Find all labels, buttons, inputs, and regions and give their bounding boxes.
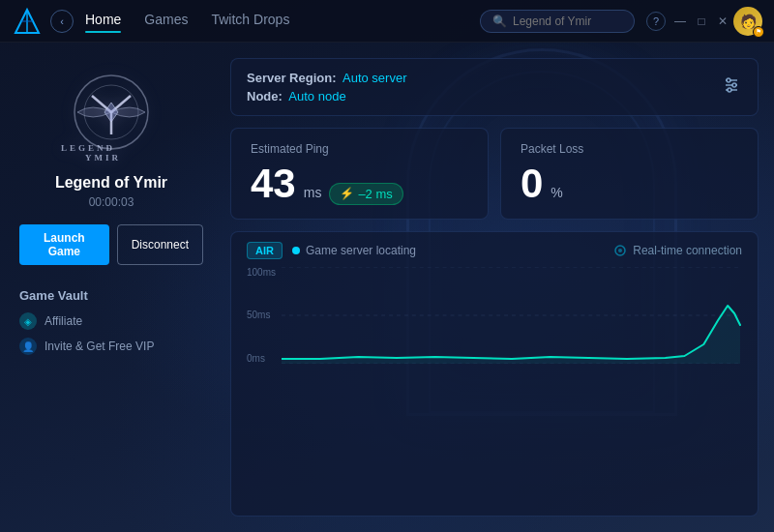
nav-tabs: Home Games Twitch Drops	[85, 12, 480, 31]
server-region-label: Server Region:	[247, 71, 336, 85]
window-controls: — □ ✕	[673, 15, 729, 28]
ping-value: 43	[251, 163, 296, 204]
ping-delta-badge: ⚡ –2 ms	[329, 183, 402, 205]
invite-label: Invite & Get Free VIP	[45, 340, 154, 353]
packet-loss-value-row: 0 %	[521, 163, 738, 204]
server-node-line: Node: Auto node	[247, 89, 406, 103]
realtime-text: Real-time connection	[613, 244, 742, 257]
game-vault-title: Game Vault	[19, 288, 88, 303]
graph-header: AIR Game server locating Real-time conne…	[247, 242, 742, 259]
vault-item-affiliate[interactable]: ◈ Affiliate	[19, 312, 82, 330]
server-node-label: Node:	[247, 89, 283, 103]
svg-marker-22	[282, 306, 740, 364]
nav-tab-twitch-drops[interactable]: Twitch Drops	[211, 12, 289, 31]
search-icon: 🔍	[492, 15, 507, 28]
app-logo	[12, 6, 43, 37]
locating-label: Game server locating	[306, 244, 416, 257]
titlebar: ‹ Home Games Twitch Drops 🔍 ? — □ ✕ 🧑 ⚑	[0, 0, 774, 43]
graph-y-labels: 100ms 50ms 0ms	[247, 267, 282, 364]
help-button[interactable]: ?	[646, 12, 666, 31]
affiliate-label: Affiliate	[45, 314, 82, 328]
packet-loss-label: Packet Loss	[521, 142, 738, 156]
nav-tab-home[interactable]: Home	[85, 12, 121, 31]
svg-marker-8	[104, 103, 118, 122]
vault-item-invite[interactable]: 👤 Invite & Get Free VIP	[19, 338, 154, 355]
locating-text: Game server locating	[292, 244, 416, 257]
nav-tab-games[interactable]: Games	[144, 12, 188, 31]
packet-loss-unit: %	[551, 185, 562, 200]
y-label-50: 50ms	[247, 310, 276, 320]
back-button[interactable]: ‹	[50, 10, 74, 33]
sidebar: LEGEND YMIR Legend of Ymir 00:00:03 Laun…	[0, 43, 223, 532]
graph-header-left: AIR Game server locating	[247, 242, 416, 259]
lightning-icon: ⚡	[340, 187, 354, 200]
server-info: Server Region: Auto server Node: Auto no…	[247, 71, 406, 103]
realtime-icon	[613, 244, 627, 257]
affiliate-icon: ◈	[19, 312, 37, 330]
y-label-0: 0ms	[247, 353, 276, 364]
status-dot	[292, 247, 300, 254]
close-button[interactable]: ✕	[716, 15, 729, 28]
svg-point-14	[727, 78, 730, 82]
maximize-button[interactable]: □	[695, 15, 708, 28]
ping-value-row: 43 ms ⚡ –2 ms	[251, 163, 468, 205]
main-content: LEGEND YMIR Legend of Ymir 00:00:03 Laun…	[0, 43, 774, 532]
ping-unit: ms	[304, 185, 322, 200]
y-label-100: 100ms	[247, 267, 276, 278]
svg-text:LEGEND: LEGEND	[61, 143, 115, 153]
game-timer: 00:00:03	[89, 195, 134, 209]
game-title: Legend of Ymir	[55, 174, 167, 192]
server-region-value: Auto server	[342, 71, 406, 85]
ping-delta-value: –2 ms	[358, 187, 392, 201]
server-node-value: Auto node	[288, 89, 345, 103]
graph-area: 100ms 50ms 0ms	[247, 267, 742, 364]
search-input[interactable]	[513, 15, 622, 28]
avatar[interactable]: 🧑 ⚑	[733, 7, 762, 36]
packet-loss-value: 0	[521, 163, 543, 204]
disconnect-button[interactable]: Disconnect	[117, 224, 203, 265]
stats-row: Estimated Ping 43 ms ⚡ –2 ms Packet Loss…	[230, 128, 759, 220]
game-action-buttons: Launch Game Disconnect	[19, 224, 203, 265]
server-card: Server Region: Auto server Node: Auto no…	[230, 58, 759, 116]
realtime-label: Real-time connection	[633, 244, 742, 257]
ping-card: Estimated Ping 43 ms ⚡ –2 ms	[230, 128, 489, 220]
game-logo: LEGEND YMIR	[44, 66, 179, 163]
svg-point-15	[732, 83, 736, 87]
settings-icon[interactable]	[721, 74, 742, 101]
svg-text:YMIR: YMIR	[85, 153, 121, 161]
server-region-line: Server Region: Auto server	[247, 71, 406, 85]
avatar-badge: ⚑	[753, 26, 764, 38]
invite-icon: 👤	[19, 338, 37, 355]
packet-loss-card: Packet Loss 0 %	[500, 128, 759, 220]
search-box[interactable]: 🔍	[480, 10, 635, 33]
graph-card: AIR Game server locating Real-time conne…	[230, 231, 759, 517]
svg-point-18	[618, 249, 622, 252]
svg-point-16	[728, 88, 731, 92]
ping-label: Estimated Ping	[251, 142, 468, 156]
launch-game-button[interactable]: Launch Game	[19, 224, 109, 265]
air-badge: AIR	[247, 242, 283, 259]
minimize-button[interactable]: —	[673, 15, 687, 28]
graph-svg-area	[282, 267, 742, 364]
right-panel: Server Region: Auto server Node: Auto no…	[223, 43, 774, 532]
